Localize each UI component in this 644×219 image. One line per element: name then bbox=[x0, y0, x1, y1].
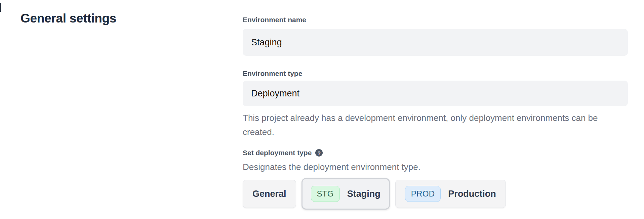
option-label: Production bbox=[448, 189, 496, 199]
environment-type-help-text: This project already has a development e… bbox=[243, 111, 628, 139]
deployment-type-option-staging[interactable]: STG Staging bbox=[301, 178, 390, 210]
deployment-type-description: Designates the deployment environment ty… bbox=[243, 161, 628, 173]
deployment-type-label: Set deployment type bbox=[243, 148, 312, 157]
question-mark-icon[interactable]: ? bbox=[315, 149, 323, 157]
deployment-type-option-general[interactable]: General bbox=[243, 180, 296, 208]
page-title: General settings bbox=[21, 11, 116, 26]
deployment-type-options: General STG Staging PROD Production bbox=[243, 178, 628, 210]
deployment-type-option-production[interactable]: PROD Production bbox=[395, 180, 506, 208]
option-label: Staging bbox=[347, 189, 380, 199]
environment-name-input[interactable] bbox=[243, 29, 628, 56]
left-edge-sliver bbox=[0, 3, 1, 12]
deployment-type-label-row: Set deployment type ? bbox=[243, 148, 628, 157]
staging-badge: STG bbox=[311, 186, 340, 202]
settings-form: Environment name Environment type This p… bbox=[243, 0, 628, 210]
environment-name-label: Environment name bbox=[243, 15, 628, 24]
environment-type-label: Environment type bbox=[243, 69, 628, 78]
production-badge: PROD bbox=[405, 186, 441, 202]
environment-type-input[interactable] bbox=[243, 81, 628, 106]
option-label: General bbox=[252, 189, 286, 199]
